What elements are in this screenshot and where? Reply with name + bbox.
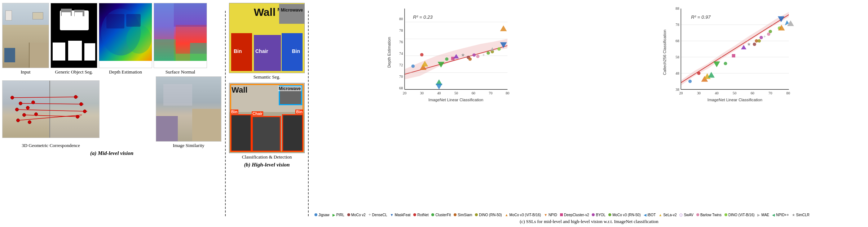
svg-text:★: ★ — [747, 41, 751, 47]
legend-simsiam: SimSiam — [454, 213, 472, 217]
legend-npid-pp: ◀ NPID++ — [772, 213, 789, 217]
svg-rect-8 — [154, 39, 176, 61]
plot2-container: 38 48 58 68 78 88 20 30 40 50 60 70 80 — [591, 2, 865, 212]
seg-bin2-label: Bin — [292, 48, 300, 54]
legend-densecl: + DenseCL — [369, 213, 387, 217]
legend-ibot: ◀ iBOT — [644, 213, 656, 217]
det-wall-label: Wall — [232, 85, 247, 95]
legend-mocov2: MoCo v2 — [347, 213, 366, 217]
left-section-title: (a) Mid-level vision — [2, 150, 221, 156]
normal-container: Surface Normal — [154, 3, 207, 75]
semantic-seg-image: Wall Microwave Microwave Bin Chair Bin — [229, 3, 305, 73]
svg-text:80: 80 — [786, 91, 790, 95]
legend-deepcluster: DeepCluster-v2 — [560, 213, 589, 217]
svg-text:50: 50 — [454, 91, 458, 95]
legend-mocov3-rn50: MoCo v3 (RN-50) — [608, 213, 640, 217]
seg-label: Generic Object Seg. — [55, 69, 93, 75]
geo-image — [2, 80, 100, 138]
geo-container: 3D Geometric Correspondence — [2, 76, 154, 148]
svg-text:48: 48 — [675, 71, 679, 75]
main-container: Input Generic Object Seg. — [0, 0, 868, 227]
legend-dino-vit: DINO (ViT-B/16) — [724, 213, 755, 217]
svg-point-104 — [753, 43, 756, 46]
plots-section: 68 70 72 74 76 78 80 20 30 40 50 60 70 — [310, 0, 868, 227]
svg-rect-3 — [106, 14, 124, 28]
svg-point-95 — [697, 72, 700, 75]
detection-label: Classification & Detection — [242, 154, 292, 160]
svg-text:68: 68 — [399, 86, 403, 90]
svg-text:88: 88 — [675, 6, 679, 10]
geo-label: 3D Geometric Correspondence — [2, 143, 100, 148]
legend-sela: ▲ SeLa-v2 — [658, 213, 677, 217]
semantic-seg-label: Semantic Seg. — [254, 74, 280, 80]
svg-text:68: 68 — [675, 39, 679, 43]
input-image — [2, 3, 49, 68]
svg-line-14 — [17, 110, 87, 111]
top-image-row: Input Generic Object Seg. — [2, 3, 221, 75]
plot1-svg: 68 70 72 74 76 78 80 20 30 40 50 60 70 — [313, 2, 587, 106]
seg-image — [50, 3, 97, 68]
svg-rect-4 — [126, 14, 141, 27]
svg-text:70: 70 — [489, 91, 492, 95]
svg-text:70: 70 — [768, 91, 772, 95]
svg-point-109 — [757, 39, 761, 43]
det-bin1-label: Bin — [230, 110, 238, 114]
svg-text:76: 76 — [399, 40, 403, 44]
det-bin2-label: Bin — [295, 110, 303, 114]
svg-rect-9 — [174, 3, 207, 27]
svg-text:78: 78 — [399, 28, 403, 32]
separator-1 — [225, 11, 226, 216]
separator-2 — [308, 11, 309, 216]
svg-point-2 — [126, 25, 151, 54]
svg-point-46 — [420, 53, 423, 56]
middle-section: Wall Microwave Microwave Bin Chair Bin S… — [227, 0, 307, 227]
svg-text:+: + — [482, 52, 485, 58]
legend-mae: ▶ MAE — [757, 213, 769, 217]
svg-text:R² = 0.23: R² = 0.23 — [413, 14, 433, 20]
svg-text:70: 70 — [399, 75, 403, 79]
svg-text:30: 30 — [697, 91, 700, 95]
svg-text:80: 80 — [399, 17, 403, 21]
legend-pirl: ▶ PIRL — [332, 213, 344, 217]
svg-rect-101 — [732, 54, 735, 57]
middle-section-title: (b) High-level vision — [229, 162, 305, 168]
seg-bin1-label: Bin — [234, 48, 242, 54]
svg-point-100 — [724, 62, 727, 65]
det-chair-label: Chair — [252, 111, 263, 116]
svg-text:★: ★ — [461, 52, 465, 58]
svg-line-13 — [21, 103, 84, 104]
svg-text:38: 38 — [675, 88, 679, 92]
similarity-label: Image Similarity — [173, 143, 204, 148]
plot-caption: (c) SSLs for mid-level and high-level vi… — [313, 218, 865, 225]
depth-container: Depth Estimation — [99, 3, 152, 75]
seg-container: Generic Object Seg. — [50, 3, 97, 75]
left-section: Input Generic Object Seg. — [0, 0, 224, 227]
similarity-image — [156, 76, 221, 142]
det-microwave-label: Microwave — [278, 86, 301, 91]
svg-text:78: 78 — [675, 23, 679, 27]
svg-text:Depth Estimation: Depth Estimation — [387, 37, 391, 68]
svg-text:60: 60 — [472, 91, 475, 95]
plots-row: 68 70 72 74 76 78 80 20 30 40 50 60 70 — [313, 2, 865, 212]
svg-text:Caltech256 Classification: Caltech256 Classification — [662, 30, 667, 75]
legend-npid: ▼ NPID — [544, 213, 557, 217]
seg-microwave-top-label: Microwave — [281, 8, 303, 13]
svg-point-94 — [688, 80, 691, 83]
legend-mocov3-vit: ▲ MoCo v3 (ViT-B/16) — [505, 213, 541, 217]
input-label: Input — [21, 69, 30, 75]
legend-byol: BYOL — [592, 213, 605, 217]
svg-text:50: 50 — [732, 91, 736, 95]
svg-text:20: 20 — [403, 91, 406, 95]
depth-image — [99, 3, 152, 68]
detection-image: Wall Microwave Bin Chair Bin — [229, 83, 305, 153]
plot1-container: 68 70 72 74 76 78 80 20 30 40 50 60 70 — [313, 2, 587, 212]
legend-maskfeat: ▼ MaskFeat — [390, 213, 411, 217]
legend-swav: ⬠ SwAV — [679, 213, 693, 217]
plot2-svg: 38 48 58 68 78 88 20 30 40 50 60 70 80 — [591, 2, 865, 106]
svg-text:80: 80 — [506, 91, 509, 95]
normal-image — [154, 3, 207, 68]
semantic-seg-wrapper: Wall Microwave Microwave Bin Chair Bin S… — [229, 3, 305, 80]
svg-point-51 — [445, 57, 448, 61]
svg-point-58 — [476, 55, 479, 58]
svg-text:ImageNet Linear Classification: ImageNet Linear Classification — [707, 98, 762, 102]
